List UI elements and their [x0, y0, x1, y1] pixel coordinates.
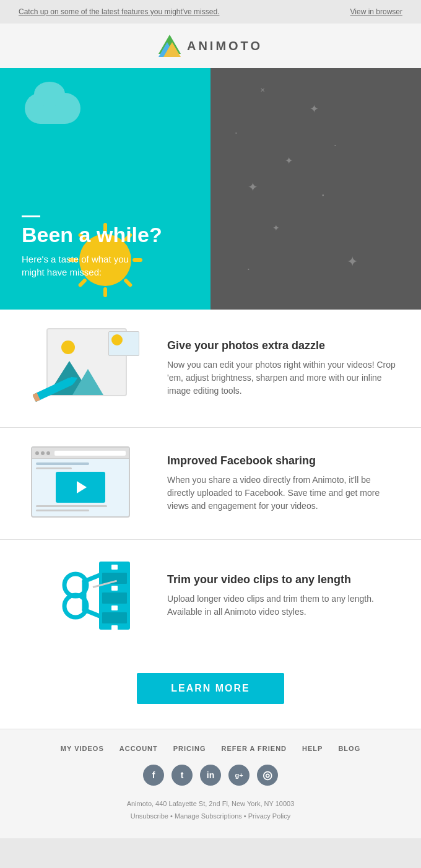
cta-area: LEARN MORE: [0, 651, 421, 729]
footer-nav-account[interactable]: ACCOUNT: [119, 745, 158, 752]
hero-text-block: Been a while? Here's a taste of what you…: [22, 215, 162, 279]
content-line-4: [36, 510, 89, 511]
play-button-icon: [77, 481, 87, 493]
separator-2: •: [244, 812, 248, 820]
star-icon-5: ✦: [248, 180, 258, 194]
star-icon-10: •: [248, 266, 250, 272]
browser-bar: [32, 448, 129, 459]
fb-share-illustration: [31, 446, 142, 521]
svg-rect-3: [123, 278, 133, 288]
content-line-1: [36, 462, 89, 465]
video-thumbnail: [56, 472, 105, 503]
browser-dot-2: [41, 451, 45, 455]
footer-nav-pricing[interactable]: PRICING: [173, 745, 206, 752]
footer-nav-my-videos[interactable]: MY VIDEOS: [61, 745, 104, 752]
hero-right: ✕ ✦ • ✦ ✦ • ✦ ✦ • •: [210, 68, 421, 310]
social-icon-googleplus[interactable]: g+: [228, 765, 250, 786]
footer-legal-links: Unsubscribe • Manage Subscriptions • Pri…: [12, 810, 409, 823]
address-text: Animoto, 440 Lafayette St, 2nd Fl, New Y…: [12, 798, 409, 810]
feature-text-1: Give your photos extra dazzle Now you ca…: [149, 339, 396, 397]
browser-window: [31, 446, 130, 518]
privacy-policy-link[interactable]: Privacy Policy: [248, 812, 290, 820]
star-icon-3: •: [235, 130, 237, 136]
catch-up-link[interactable]: Catch up on some of the latest features …: [19, 7, 219, 16]
separator-1: •: [170, 812, 175, 820]
feature-title-1: Give your photos extra dazzle: [167, 339, 396, 352]
hero-line-decoration: [22, 215, 40, 217]
feature-icon-2: [25, 446, 149, 521]
content-line-3: [36, 505, 107, 507]
footer-nav-blog[interactable]: BLOG: [338, 745, 360, 752]
logo-text: ANIMOTO: [187, 39, 263, 53]
star-icon-6: •: [322, 192, 324, 199]
feature-desc-2: When you share a video directly from Ani…: [167, 474, 396, 513]
social-icon-instagram[interactable]: ◎: [257, 765, 278, 786]
feature-title-3: Trim your video clips to any length: [167, 573, 396, 586]
footer: MY VIDEOS ACCOUNT PRICING REFER A FRIEND…: [0, 729, 421, 838]
film-strip: [99, 562, 130, 630]
star-icon-8: ✦: [347, 254, 358, 270]
photo-edit-illustration: [34, 328, 139, 409]
content-line-2: [36, 467, 72, 469]
browser-dot-3: [46, 451, 50, 455]
feature-row-2: Improved Facebook sharing When you share…: [0, 428, 421, 540]
logo-icon: [158, 35, 181, 57]
hero-title: Been a while?: [22, 224, 162, 246]
browser-dot-1: [35, 451, 39, 455]
svg-rect-4: [103, 287, 107, 297]
social-icon-twitter[interactable]: t: [171, 765, 193, 786]
small-photo: [108, 331, 139, 356]
photo-sun: [61, 341, 75, 354]
feature-text-3: Trim your video clips to any length Uplo…: [149, 573, 396, 618]
star-icon-9: •: [334, 142, 336, 148]
feature-desc-3: Upload longer video clips and trim them …: [167, 592, 396, 618]
social-icon-linkedin[interactable]: in: [200, 765, 221, 786]
hero-subtitle: Here's a taste of what you might have mi…: [22, 253, 145, 279]
social-icon-facebook[interactable]: f: [143, 765, 164, 786]
hero-section: Been a while? Here's a taste of what you…: [0, 68, 421, 310]
browser-content: [32, 459, 129, 518]
top-bar: Catch up on some of the latest features …: [0, 0, 421, 24]
star-icon-2: ✦: [310, 102, 319, 116]
feature-desc-1: Now you can edit your photos right withi…: [167, 358, 396, 397]
cloud-icon: [25, 93, 80, 124]
logo-area: ANIMOTO: [0, 24, 421, 68]
main-content: Give your photos extra dazzle Now you ca…: [0, 310, 421, 729]
trim-illustration: [37, 558, 136, 633]
feature-text-2: Improved Facebook sharing When you share…: [149, 454, 396, 513]
view-in-browser-link[interactable]: View in browser: [350, 7, 402, 16]
feature-title-2: Improved Facebook sharing: [167, 454, 396, 467]
feature-icon-3: [25, 558, 149, 633]
learn-more-button[interactable]: LEARN MORE: [137, 673, 284, 704]
hero-left: Been a while? Here's a taste of what you…: [0, 68, 210, 310]
feature-row-1: Give your photos extra dazzle Now you ca…: [0, 310, 421, 428]
star-icon-4: ✦: [285, 155, 293, 167]
footer-nav-help[interactable]: HELP: [302, 745, 323, 752]
star-icon-7: ✦: [272, 223, 280, 233]
footer-nav-refer[interactable]: REFER A FRIEND: [222, 745, 287, 752]
star-icon-1: ✕: [260, 87, 265, 93]
manage-subscriptions-link[interactable]: Manage Subscriptions: [175, 812, 242, 820]
feature-icon-1: [25, 328, 149, 409]
svg-point-15: [71, 601, 80, 611]
social-icons-row: f t in g+ ◎: [12, 765, 409, 786]
footer-address: Animoto, 440 Lafayette St, 2nd Fl, New Y…: [12, 798, 409, 823]
svg-point-14: [71, 580, 80, 590]
svg-rect-5: [77, 278, 87, 288]
feature-row-3: Trim your video clips to any length Uplo…: [0, 540, 421, 651]
unsubscribe-link[interactable]: Unsubscribe: [131, 812, 168, 820]
footer-nav: MY VIDEOS ACCOUNT PRICING REFER A FRIEND…: [12, 745, 409, 752]
